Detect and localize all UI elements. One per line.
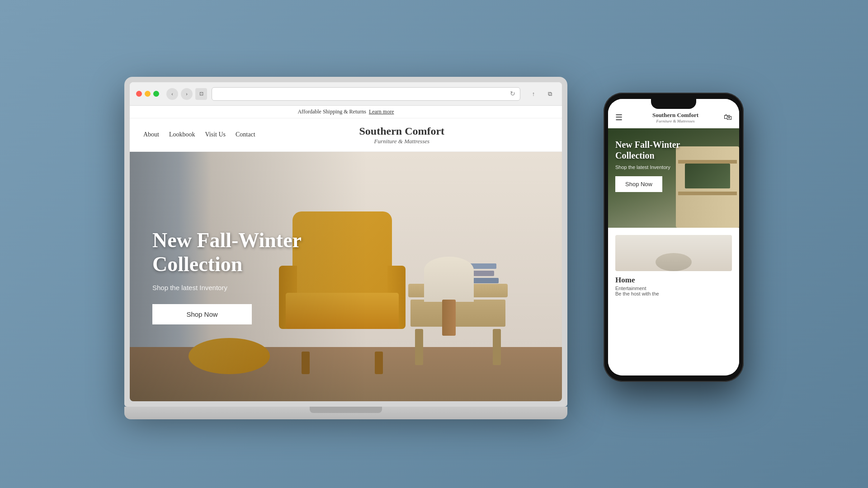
mobile-logo: Southern Comfort Furniture & Mattresses [627, 112, 724, 123]
nav-lookbook[interactable]: Lookbook [169, 131, 195, 138]
lamp [417, 257, 481, 356]
dot-green[interactable] [153, 91, 159, 97]
phone-screen: ☰ Southern Comfort Furniture & Mattresse… [608, 99, 739, 375]
laptop-inner: ‹ › ⊡ ↻ ↑ ⧉ Affordable [130, 82, 562, 401]
chair-leg-right [375, 352, 383, 374]
hero-section: New Fall-Winter Collection Shop the late… [130, 152, 562, 401]
phone-wrapper: ☰ Southern Comfort Furniture & Mattresse… [604, 93, 744, 382]
logo-line1: Southern Comfort [255, 125, 548, 138]
hero-overlay: New Fall-Winter Collection Shop the late… [130, 152, 368, 401]
site-logo: Southern Comfort Furniture & Mattresses [255, 125, 548, 145]
dot-yellow[interactable] [145, 91, 151, 97]
newwindow-button[interactable]: ⧉ [544, 88, 556, 100]
nav-visit[interactable]: Visit Us [205, 131, 226, 138]
mobile-category-tagline: Be the host with the [615, 291, 732, 296]
nav-about[interactable]: About [143, 131, 159, 138]
mobile-hero: New Fall-Winter Collection Shop the late… [608, 128, 739, 228]
nav-contact[interactable]: Contact [236, 131, 255, 138]
site-banner: Affordable Shipping & Returns Learn more [130, 106, 562, 118]
mobile-hero-title: New Fall-Winter Collection [615, 139, 732, 161]
banner-link[interactable]: Learn more [369, 108, 394, 115]
phone-notch [651, 99, 696, 109]
mobile-category-sub: Entertainment [615, 286, 732, 291]
share-button[interactable]: ↑ [528, 88, 539, 100]
lamp-base [442, 300, 456, 336]
browser-nav: ‹ › ⊡ [166, 88, 207, 100]
site-header: About Lookbook Visit Us Contact Southern… [130, 118, 562, 152]
browser-chrome: ‹ › ⊡ ↻ ↑ ⧉ [130, 82, 562, 106]
mobile-logo-text: Southern Comfort [627, 112, 724, 119]
mobile-category-title: Home [615, 276, 732, 285]
laptop-frame: ‹ › ⊡ ↻ ↑ ⧉ Affordable [124, 77, 567, 407]
mobile-hero-overlay: New Fall-Winter Collection Shop the late… [608, 128, 739, 228]
address-bar[interactable]: ↻ [212, 87, 520, 101]
mobile-section-bg [615, 235, 732, 271]
ottoman-mobile [656, 253, 692, 271]
table-leg-tr [493, 329, 501, 365]
mobile-logo-sub: Furniture & Mattresses [627, 119, 724, 123]
browser-dots [136, 91, 159, 97]
laptop-notch [310, 407, 382, 413]
banner-text: Affordable Shipping & Returns [297, 108, 366, 115]
laptop-base [124, 407, 567, 419]
scene: ‹ › ⊡ ↻ ↑ ⧉ Affordable [0, 0, 868, 488]
site-content: Affordable Shipping & Returns Learn more… [130, 106, 562, 401]
browser-actions: ↑ ⧉ [528, 88, 556, 100]
cart-icon[interactable]: 🛍 [724, 113, 732, 122]
refresh-icon[interactable]: ↻ [510, 90, 515, 98]
mobile-secondary: Home Entertainment Be the host with the [608, 228, 739, 375]
sidebar-button[interactable]: ⊡ [195, 88, 207, 100]
back-button[interactable]: ‹ [166, 88, 178, 100]
mobile-hero-subtitle: Shop the latest Inventory [615, 164, 732, 170]
site-nav: About Lookbook Visit Us Contact [143, 131, 255, 138]
mobile-shop-now-button[interactable]: Shop Now [615, 176, 662, 192]
hero-subtitle: Shop the latest Inventory [152, 284, 345, 291]
hamburger-icon[interactable]: ☰ [615, 113, 623, 122]
lamp-shade [424, 257, 474, 302]
forward-button[interactable]: › [181, 88, 193, 100]
laptop-wrapper: ‹ › ⊡ ↻ ↑ ⧉ Affordable [124, 77, 567, 429]
hero-title: New Fall-Winter Collection [152, 229, 345, 277]
logo-line2: Furniture & Mattresses [255, 138, 548, 145]
dot-red[interactable] [136, 91, 142, 97]
hero-shop-now-button[interactable]: Shop Now [152, 304, 252, 324]
phone-frame: ☰ Southern Comfort Furniture & Mattresse… [604, 93, 744, 382]
